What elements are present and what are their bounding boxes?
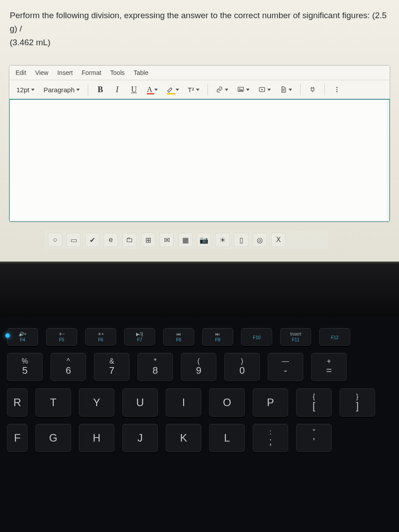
- key-f9: ⏭F9: [202, 328, 233, 346]
- key-f: F: [7, 424, 27, 452]
- menu-insert[interactable]: Insert: [57, 69, 73, 76]
- image-icon: [237, 86, 244, 93]
- key-5: %5: [7, 353, 43, 381]
- key-f10: F10: [241, 328, 272, 346]
- taskview-icon[interactable]: ▭: [66, 233, 81, 247]
- mail-icon[interactable]: ✉: [160, 233, 174, 247]
- explorer-icon[interactable]: 🗀: [122, 233, 137, 247]
- plugins-button[interactable]: [306, 83, 319, 96]
- key-lower: [: [313, 400, 315, 412]
- key-lower: ]: [356, 400, 359, 412]
- key-fn-symbol: ⏮: [176, 332, 181, 336]
- svg-point-1: [239, 89, 240, 90]
- key-punct: "': [296, 424, 332, 452]
- kebab-icon: [333, 86, 340, 93]
- document-icon: [280, 86, 287, 93]
- toolbar-separator-4: [325, 84, 325, 95]
- key-lower: =: [326, 365, 332, 376]
- check-icon[interactable]: ✔: [85, 233, 99, 247]
- key-fn-label: F10: [253, 335, 260, 340]
- key-upper: *: [154, 358, 156, 365]
- italic-button[interactable]: I: [110, 83, 124, 96]
- key-g: G: [35, 424, 71, 452]
- keyboard-home-row: FGHJKL:;"': [0, 420, 399, 456]
- key-punct: :;: [253, 424, 288, 452]
- svg-point-4: [336, 89, 337, 90]
- key-fn-symbol: ▶/∥: [136, 332, 143, 336]
- menu-tools[interactable]: Tools: [110, 69, 125, 76]
- highlight-button[interactable]: [164, 83, 182, 96]
- bold-button[interactable]: B: [94, 83, 107, 96]
- search-icon[interactable]: ○: [48, 233, 62, 247]
- key-upper: ^: [66, 358, 70, 365]
- media-icon: [258, 86, 266, 93]
- photos-icon[interactable]: ▦: [178, 233, 192, 247]
- key-upper: +: [327, 358, 331, 365]
- office-icon[interactable]: ▯: [234, 233, 248, 247]
- key-upper: ": [313, 429, 315, 436]
- editor-menubar: Edit View Insert Format Tools Table: [9, 66, 390, 80]
- text-color-button[interactable]: A: [144, 83, 160, 96]
- key-upper: %: [22, 358, 28, 365]
- key-f8: ⏮F8: [163, 328, 194, 346]
- key-8: *8: [137, 353, 173, 381]
- font-size-select[interactable]: 12pt: [14, 83, 37, 96]
- key-lower: 5: [22, 365, 27, 376]
- key-lower: 9: [196, 365, 201, 376]
- key-j: J: [122, 424, 158, 452]
- media-button[interactable]: [256, 83, 274, 96]
- key--: —-: [268, 353, 303, 381]
- excel-icon[interactable]: X: [271, 233, 286, 247]
- menu-table[interactable]: Table: [133, 69, 148, 76]
- key-9: (9: [181, 353, 216, 381]
- key-f5: ☀−F5: [46, 328, 77, 346]
- key-fn-label: F6: [98, 337, 103, 342]
- edge-icon[interactable]: e: [104, 233, 118, 247]
- key-fn-symbol: ☀−: [59, 332, 65, 336]
- key-f11: InsertF11: [280, 328, 311, 346]
- question-line-2: (3.462 mL): [10, 38, 51, 47]
- highlighter-icon: [167, 86, 174, 93]
- camera-icon[interactable]: 📷: [197, 233, 211, 247]
- menu-format[interactable]: Format: [82, 69, 101, 76]
- key-o: O: [209, 388, 245, 417]
- keyboard-qwerty-row: RTYUIOP{[}]: [0, 385, 399, 420]
- key-t: T: [35, 388, 71, 417]
- superscript-button[interactable]: T²: [185, 83, 202, 96]
- store-icon[interactable]: ⊞: [141, 233, 155, 247]
- weather-icon[interactable]: ☀: [215, 233, 230, 247]
- key-fn-symbol: ☀+: [98, 332, 104, 336]
- toolbar-separator: [88, 84, 88, 95]
- svg-point-5: [336, 91, 337, 93]
- image-button[interactable]: [235, 83, 252, 96]
- key-r: R: [7, 388, 27, 417]
- key-f4: 🔊+F4: [7, 328, 38, 346]
- more-button[interactable]: [330, 83, 344, 96]
- chrome-icon[interactable]: ◎: [253, 233, 267, 247]
- key-fn-symbol: Insert: [290, 332, 301, 336]
- link-icon: [216, 86, 223, 93]
- key-fn-label: F12: [331, 335, 338, 340]
- key-7: &7: [94, 353, 129, 381]
- key-lower: ': [313, 436, 315, 447]
- svg-point-3: [336, 87, 337, 88]
- document-button[interactable]: [277, 83, 295, 96]
- key-l: L: [209, 424, 245, 452]
- key-fn-label: F9: [215, 337, 220, 342]
- link-button[interactable]: [213, 83, 231, 96]
- key-lower: 8: [153, 365, 158, 376]
- question-line-1: Perform the following division, expressi…: [10, 11, 387, 33]
- menu-view[interactable]: View: [35, 69, 48, 76]
- key-fn-symbol: ⏭: [215, 332, 220, 336]
- windows-taskbar: ○▭✔e🗀⊞✉▦📷☀▯◎X: [44, 231, 328, 249]
- key-6: ^6: [51, 353, 86, 381]
- key-upper: ): [241, 358, 243, 365]
- key-fn-label: F5: [59, 337, 64, 342]
- underline-button[interactable]: U: [127, 83, 141, 96]
- rich-text-editor: Edit View Insert Format Tools Table 12pt…: [9, 65, 390, 222]
- editor-content-area[interactable]: [9, 99, 390, 222]
- key-upper: }: [356, 393, 358, 400]
- block-format-select[interactable]: Paragraph: [41, 83, 82, 96]
- menu-edit[interactable]: Edit: [16, 69, 26, 76]
- key-i: I: [166, 388, 201, 417]
